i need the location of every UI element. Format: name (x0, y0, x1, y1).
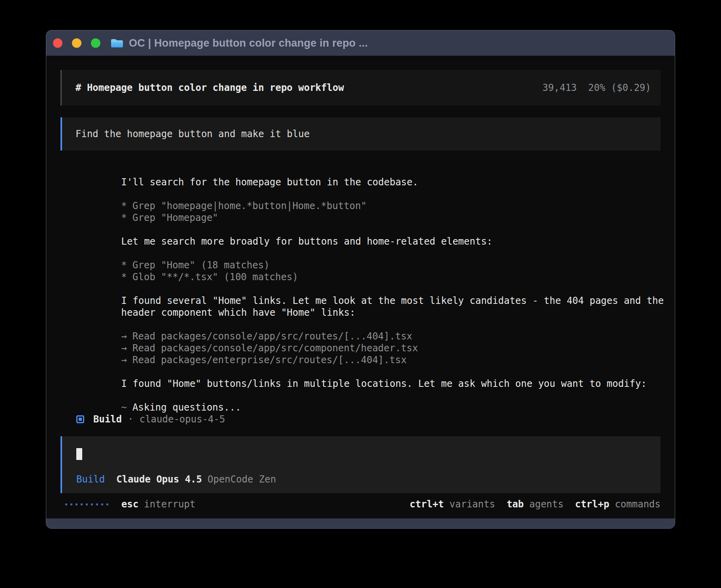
spinner-dot-icon (65, 503, 67, 505)
traffic-lights (53, 38, 100, 48)
session-title: # Homepage button color change in repo w… (75, 82, 344, 93)
interrupt-hint: esc interrupt (121, 499, 195, 510)
input-meta-row: Build Claude Opus 4.5 OpenCode Zen (76, 473, 661, 485)
titlebar-title-group: OC | Homepage button color change in rep… (110, 37, 368, 49)
read-tool-line: →Read packages/console/app/src/routes/[.… (75, 318, 661, 330)
commands-shortcut: ctrl+p commands (575, 499, 661, 510)
user-message-text: Find the homepage button and make it blu… (75, 128, 310, 139)
shortcut-hints: ctrl+t variants tab agents ctrl+p comman… (410, 499, 661, 510)
agent-model: claude-opus-4-5 (140, 414, 225, 425)
prompt-input[interactable]: Build Claude Opus 4.5 OpenCode Zen (60, 436, 661, 493)
input-model-label: Claude Opus 4.5 (116, 473, 202, 485)
tool-call-line: *Grep "homepage|home.*button|Home.*butto… (75, 188, 661, 200)
spinner-dot-icon (106, 503, 108, 505)
arrow-right-icon: → (121, 330, 127, 342)
esc-action-label: interrupt (144, 499, 195, 510)
agent-name: Build (93, 414, 122, 425)
folder-icon (110, 38, 124, 49)
esc-key-label: esc (121, 499, 138, 510)
terminal-window: OC | Homepage button color change in rep… (46, 30, 675, 529)
variants-shortcut: ctrl+t variants (410, 499, 495, 510)
desktop: { "window": { "title": "OC | Homepage bu… (0, 0, 721, 588)
shortcut-key: ctrl+t (410, 499, 444, 510)
pending-action-line: ~Asking questions... (75, 390, 661, 401)
assistant-text-line: I found "Home" buttons/links in multiple… (75, 366, 661, 378)
arrow-right-icon: → (121, 342, 127, 354)
tool-call-line: *Grep "Home" (18 matches) (75, 247, 661, 259)
tool-bullet-icon: * (121, 259, 127, 271)
build-agent-icon (76, 415, 84, 423)
context-cost: 20% ($0.29) (588, 82, 651, 93)
zoom-window-button[interactable] (91, 38, 100, 48)
assistant-text-line: I found several "Home" links. Let me loo… (75, 283, 661, 295)
window-bottom-edge (46, 518, 675, 528)
agent-status-row: Build · claude-opus-4-5 (75, 413, 661, 425)
assistant-transcript: I'll search for the homepage button in t… (75, 164, 661, 401)
input-provider-label: OpenCode Zen (208, 473, 276, 485)
agents-shortcut: tab agents (507, 499, 564, 510)
assistant-text-line: Let me search more broadly for buttons a… (75, 224, 661, 236)
spinner-dot-icon (81, 503, 83, 505)
spinner-dot-icon (70, 503, 72, 505)
shortcut-label: commands (615, 499, 661, 510)
shortcut-label: agents (529, 499, 564, 510)
arrow-right-icon: → (121, 354, 127, 366)
spinner-dot-icon (75, 503, 77, 505)
text-cursor (76, 448, 82, 460)
assistant-text-line: I'll search for the homepage button in t… (75, 164, 661, 176)
separator-dot: · (128, 414, 133, 425)
tool-bullet-icon: * (121, 200, 127, 212)
window-title: OC | Homepage button color change in rep… (129, 37, 368, 49)
tilde-icon: ~ (121, 401, 127, 413)
spinner-dot-icon (101, 503, 103, 505)
shortcut-key: tab (507, 499, 524, 510)
shortcut-label: variants (449, 499, 495, 510)
window-titlebar: OC | Homepage button color change in rep… (46, 30, 675, 56)
close-window-button[interactable] (53, 38, 62, 48)
session-header: # Homepage button color change in repo w… (60, 70, 661, 106)
input-mode-label: Build (76, 473, 105, 485)
session-meta: 39,413 20% ($0.29) (542, 82, 651, 93)
token-count: 39,413 (542, 82, 577, 93)
tool-bullet-icon: * (121, 212, 127, 224)
spinner-dot-icon (96, 503, 98, 505)
tool-bullet-icon: * (121, 271, 127, 283)
status-bar: esc interrupt ctrl+t variants tab agents… (65, 498, 661, 510)
working-spinner-dots (65, 503, 108, 505)
spinner-dot-icon (91, 503, 93, 505)
shortcut-key: ctrl+p (575, 499, 610, 510)
spinner-dot-icon (86, 503, 88, 505)
minimize-window-button[interactable] (72, 38, 81, 48)
terminal-body: # Homepage button color change in repo w… (46, 56, 675, 518)
user-message-block: Find the homepage button and make it blu… (60, 117, 661, 151)
